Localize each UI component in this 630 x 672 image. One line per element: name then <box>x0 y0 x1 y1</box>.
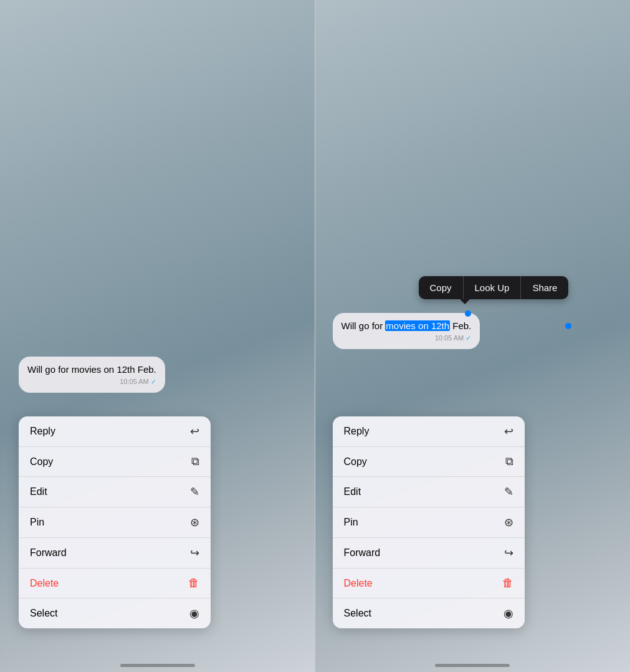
left-menu-reply[interactable]: Reply ↩ <box>19 416 211 447</box>
right-delete-icon: 🗑 <box>502 577 513 590</box>
right-reply-label: Reply <box>344 426 370 437</box>
left-menu-forward[interactable]: Forward ↪ <box>19 538 211 569</box>
right-copy-label: Copy <box>344 456 367 468</box>
right-msg-after: Feb. <box>450 320 471 331</box>
left-message-bubble: Will go for movies on 12th Feb. 10:05 AM… <box>19 357 165 393</box>
selection-handle-end <box>565 323 571 329</box>
right-menu-pin[interactable]: Pin ⊛ <box>333 507 525 538</box>
reply-icon: ↩ <box>190 425 199 438</box>
edit-icon: ✎ <box>190 485 199 499</box>
right-context-menu: Reply ↩ Copy ⧉ Edit ✎ Pin ⊛ Forward ↪ De… <box>333 416 525 628</box>
left-edit-label: Edit <box>30 486 47 497</box>
right-menu-forward[interactable]: Forward ↪ <box>333 538 525 569</box>
left-message-text: Will go for movies on 12th Feb. <box>27 364 156 375</box>
right-message-bubble: Will go for movies on 12th Feb. 10:05 AM… <box>333 313 480 349</box>
right-msg-before: Will go for <box>341 320 386 331</box>
left-copy-label: Copy <box>30 456 53 468</box>
right-copy-icon: ⧉ <box>505 455 513 468</box>
right-panel: Copy Look Up Share Will go for movies on… <box>315 0 631 672</box>
right-menu-reply[interactable]: Reply ↩ <box>333 416 525 447</box>
text-selection-toolbar: Copy Look Up Share <box>419 276 569 299</box>
left-panel: Will go for movies on 12th Feb. 10:05 AM… <box>0 0 315 672</box>
left-home-indicator <box>120 664 195 667</box>
left-context-menu: Reply ↩ Copy ⧉ Edit ✎ Pin ⊛ Forward ↪ De… <box>19 416 211 628</box>
delete-icon: 🗑 <box>188 577 199 590</box>
forward-icon: ↪ <box>190 546 199 560</box>
right-edit-icon: ✎ <box>504 485 513 499</box>
right-message-time: 10:05 AM ✓ <box>341 334 472 343</box>
right-forward-label: Forward <box>344 547 381 559</box>
right-menu-copy[interactable]: Copy ⧉ <box>333 447 525 477</box>
right-forward-icon: ↪ <box>504 546 513 560</box>
left-menu-edit[interactable]: Edit ✎ <box>19 477 211 507</box>
right-pin-icon: ⊛ <box>504 516 513 529</box>
toolbar-copy-button[interactable]: Copy <box>419 276 464 299</box>
left-message-time: 10:05 AM ✓ <box>27 377 156 386</box>
right-edit-label: Edit <box>344 486 361 497</box>
right-menu-edit[interactable]: Edit ✎ <box>333 477 525 507</box>
right-home-indicator <box>435 664 510 667</box>
left-delete-label: Delete <box>30 578 59 589</box>
right-delete-label: Delete <box>344 578 373 589</box>
selection-handle-start <box>465 310 471 317</box>
left-menu-pin[interactable]: Pin ⊛ <box>19 507 211 538</box>
right-pin-label: Pin <box>344 517 358 528</box>
toolbar-lookup-button[interactable]: Look Up <box>464 276 522 299</box>
select-icon: ◉ <box>189 607 199 620</box>
left-reply-label: Reply <box>30 426 55 437</box>
left-menu-delete[interactable]: Delete 🗑 <box>19 569 211 598</box>
left-select-label: Select <box>30 608 57 619</box>
copy-icon: ⧉ <box>191 455 199 468</box>
toolbar-arrow <box>460 299 470 304</box>
left-forward-label: Forward <box>30 547 67 559</box>
pin-icon: ⊛ <box>190 516 199 529</box>
right-select-label: Select <box>344 608 371 619</box>
left-pin-label: Pin <box>30 517 44 528</box>
left-menu-select[interactable]: Select ◉ <box>19 598 211 628</box>
right-select-icon: ◉ <box>504 607 513 620</box>
right-reply-icon: ↩ <box>504 425 513 438</box>
toolbar-share-button[interactable]: Share <box>521 276 568 299</box>
right-msg-selected: movies on 12th <box>385 320 450 331</box>
right-menu-delete[interactable]: Delete 🗑 <box>333 569 525 598</box>
right-menu-select[interactable]: Select ◉ <box>333 598 525 628</box>
left-menu-copy[interactable]: Copy ⧉ <box>19 447 211 477</box>
